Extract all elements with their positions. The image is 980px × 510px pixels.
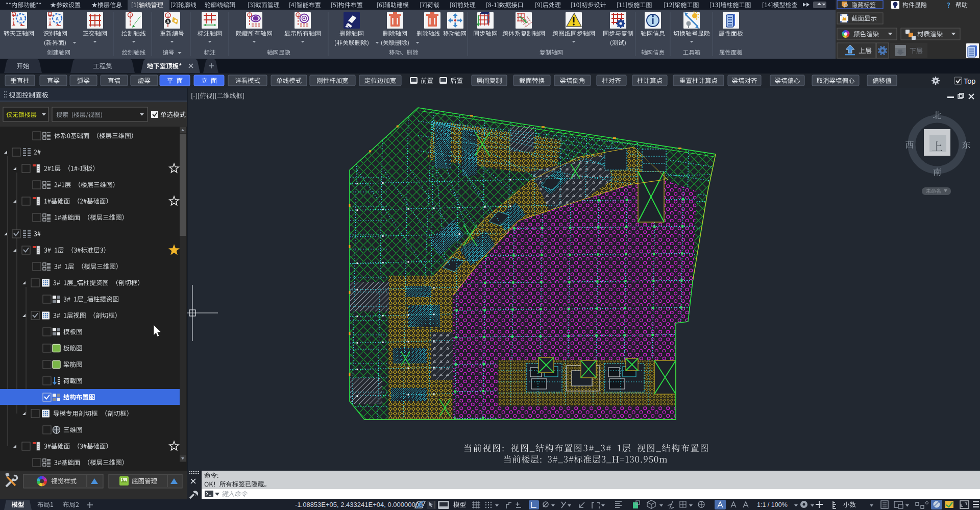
svg-text:Top: Top [964, 77, 975, 85]
svg-text:1:1 / 100%: 1:1 / 100% [757, 501, 788, 508]
svg-text:-1.08853E+05, 2.433241E+04, 0.: -1.08853E+05, 2.433241E+04, 0.00000000 [295, 501, 423, 508]
